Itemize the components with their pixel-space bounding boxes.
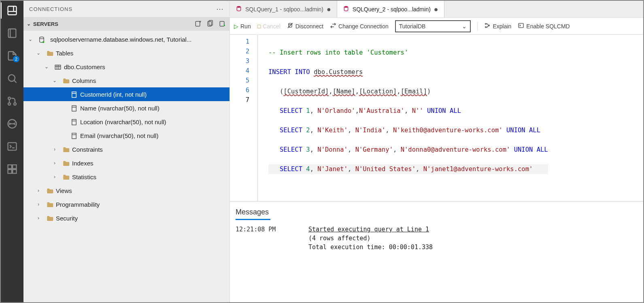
svg-rect-3 [9, 29, 16, 38]
svg-rect-44 [519, 23, 523, 28]
chevron-down-icon: ⌄ [25, 36, 36, 42]
disconnect-button[interactable]: Disconnect [287, 22, 323, 30]
svg-point-5 [9, 75, 15, 81]
chevron-right-icon: › [33, 188, 44, 193]
database-icon [343, 5, 349, 13]
search-icon[interactable] [6, 73, 18, 84]
explain-button[interactable]: Explain [484, 22, 511, 30]
folder-icon [62, 76, 70, 84]
disconnect-icon [287, 22, 293, 30]
activity-bar: 2 [1, 1, 23, 302]
svg-rect-16 [13, 170, 16, 173]
table-icon [54, 63, 62, 70]
chevron-right-icon: › [49, 160, 60, 166]
chevron-right-icon: › [33, 201, 44, 207]
enable-sqlcmd-button[interactable]: Enable SQLCMD [518, 22, 570, 30]
server-tree: ⌄ ● sqlpoolservername.database.windows.n… [23, 31, 230, 225]
line-number: 5 [230, 77, 249, 87]
new-group-icon[interactable] [207, 20, 214, 28]
connections-sidebar: CONNECTIONS ⋯ ⌄ SERVERS ⌄ ● sqlpoolserve… [23, 1, 230, 302]
table-label: dbo.Customers [64, 64, 105, 70]
cancel-button[interactable]: □ Cancel [257, 23, 281, 30]
chevron-right-icon: › [33, 215, 44, 221]
chevron-right-icon: › [49, 174, 60, 180]
column-label: Name (nvarchar(50), not null) [80, 105, 159, 112]
column-label: Location (nvarchar(50), not null) [80, 119, 166, 125]
swap-icon [330, 22, 336, 30]
servers-header[interactable]: ⌄ SERVERS [23, 17, 230, 31]
line-number: 4 [230, 67, 249, 77]
svg-point-38 [344, 6, 348, 8]
tree-column-item[interactable]: · Name (nvarchar(50), not null) [23, 101, 230, 115]
tree-views-node[interactable]: › Views [23, 184, 230, 197]
servers-title: SERVERS [33, 21, 58, 27]
svg-rect-17 [196, 21, 200, 26]
folder-icon [62, 159, 70, 167]
extensions-icon[interactable] [6, 163, 18, 175]
messages-tab[interactable]: Messages [236, 206, 269, 219]
tree-indexes-node[interactable]: › Indexes [23, 156, 230, 170]
notebooks-icon[interactable] [6, 28, 18, 39]
run-button[interactable]: ▷ Run [234, 23, 251, 30]
views-label: Views [56, 187, 72, 194]
column-icon [70, 131, 78, 139]
tree-column-item[interactable]: · Location (nvarchar(50), not null) [23, 115, 230, 129]
folder-icon [46, 49, 53, 57]
sidebar-title-row: CONNECTIONS ⋯ [23, 1, 230, 17]
folder-icon [62, 173, 70, 180]
column-icon [70, 104, 78, 112]
sql-editor[interactable]: 1 2 3 4 5 6 7 -- Insert rows into table … [230, 35, 643, 201]
tree-server-node[interactable]: ⌄ ● sqlpoolservername.database.windows.n… [23, 32, 230, 46]
statistics-label: Statistics [72, 174, 96, 180]
svg-rect-31 [72, 106, 77, 111]
columns-label: Columns [72, 77, 96, 84]
line-number: 7 [230, 96, 249, 106]
svg-point-24 [40, 37, 44, 39]
separator [477, 22, 478, 31]
play-icon: ▷ [234, 23, 238, 30]
tree-security-node[interactable]: › Security [23, 211, 230, 225]
explorer-badge: 2 [13, 56, 19, 62]
chevron-down-icon: ⌄ [41, 64, 52, 70]
database-select[interactable]: TutorialDB ⌄ [395, 20, 471, 32]
tree-columns-node[interactable]: ⌄ Columns [23, 74, 230, 87]
svg-rect-15 [8, 170, 12, 173]
line-gutter: 1 2 3 4 5 6 7 [230, 35, 257, 201]
tab-label: SQLQuery_1 - sqlpoo...ladmin) [245, 6, 323, 13]
refresh-servers-icon[interactable] [219, 20, 226, 28]
explain-label: Explain [493, 23, 511, 30]
svg-point-23 [224, 25, 225, 25]
tree-statistics-node[interactable]: › Statistics [23, 170, 230, 184]
terminal-icon[interactable] [6, 141, 18, 152]
tree-programmability-node[interactable]: › Programmability [23, 197, 230, 211]
tree-constraints-node[interactable]: › Constraints [23, 142, 230, 156]
svg-rect-0 [8, 6, 17, 15]
svg-point-9 [8, 103, 11, 105]
code-content: -- Insert rows into table 'Customers' IN… [268, 35, 548, 201]
line-number: 1 [230, 38, 249, 48]
tree-column-item[interactable]: · Email (nvarchar(50), not null) [23, 129, 230, 142]
new-connection-icon[interactable] [195, 20, 202, 28]
explorer-icon[interactable]: 2 [6, 50, 18, 61]
svg-rect-11 [8, 143, 17, 150]
chevron-down-icon: ⌄ [33, 50, 44, 56]
svg-rect-25 [55, 65, 61, 69]
column-icon [70, 90, 78, 98]
sidebar-more-icon[interactable]: ⋯ [216, 4, 224, 13]
tree-table-node[interactable]: ⌄ dbo.Customers [23, 60, 230, 74]
source-control-icon[interactable] [6, 95, 18, 107]
svg-point-7 [8, 97, 11, 100]
folder-icon [46, 186, 53, 194]
svg-rect-13 [8, 165, 12, 169]
svg-rect-35 [72, 133, 77, 139]
jupyter-icon[interactable] [6, 118, 18, 129]
svg-rect-14 [13, 165, 16, 169]
main-area: SQLQuery_1 - sqlpoo...ladmin) ● SQLQuery… [230, 1, 643, 302]
change-connection-button[interactable]: Change Connection [330, 22, 389, 30]
message-line: (4 rows affected) [308, 235, 638, 242]
tree-tables-node[interactable]: ⌄ Tables [23, 46, 230, 60]
tab-sqlquery2[interactable]: SQLQuery_2 - sqlpoo...ladmin) ● [337, 1, 444, 17]
tree-column-item[interactable]: · CustomerId (int, not null) [23, 87, 230, 101]
tab-sqlquery1[interactable]: SQLQuery_1 - sqlpoo...ladmin) ● [230, 1, 337, 17]
connections-icon[interactable] [6, 5, 18, 16]
